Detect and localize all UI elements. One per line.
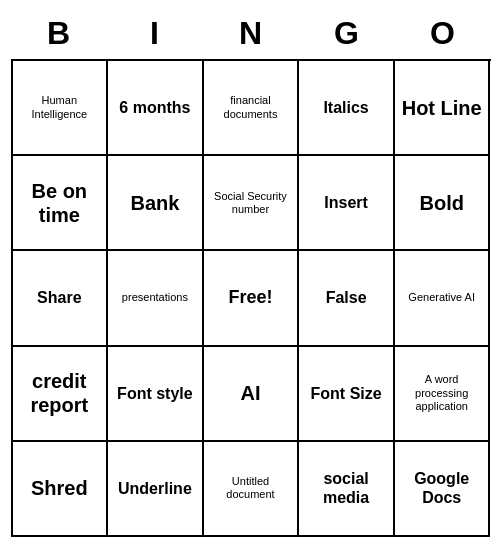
bingo-cell: social media bbox=[299, 442, 395, 537]
bingo-cell: Underline bbox=[108, 442, 204, 537]
bingo-cell: Human Intelligence bbox=[13, 61, 109, 156]
bingo-cell: Bank bbox=[108, 156, 204, 251]
header-letter: N bbox=[203, 7, 299, 59]
bingo-cell: Font style bbox=[108, 347, 204, 442]
bingo-cell: Generative AI bbox=[395, 251, 491, 346]
bingo-cell: AI bbox=[204, 347, 300, 442]
header-letter: O bbox=[395, 7, 491, 59]
bingo-cell: Italics bbox=[299, 61, 395, 156]
bingo-cell: Font Size bbox=[299, 347, 395, 442]
bingo-header: BINGO bbox=[11, 7, 491, 59]
bingo-cell: Bold bbox=[395, 156, 491, 251]
bingo-cell: Shred bbox=[13, 442, 109, 537]
bingo-cell: Hot Line bbox=[395, 61, 491, 156]
bingo-cell: A word processing application bbox=[395, 347, 491, 442]
header-letter: B bbox=[11, 7, 107, 59]
bingo-cell: Social Security number bbox=[204, 156, 300, 251]
bingo-grid: Human Intelligence6 monthsfinancial docu… bbox=[11, 59, 491, 537]
bingo-cell: Untitled document bbox=[204, 442, 300, 537]
bingo-cell: Insert bbox=[299, 156, 395, 251]
bingo-cell: financial documents bbox=[204, 61, 300, 156]
header-letter: G bbox=[299, 7, 395, 59]
bingo-cell: credit report bbox=[13, 347, 109, 442]
bingo-cell: presentations bbox=[108, 251, 204, 346]
bingo-cell: 6 months bbox=[108, 61, 204, 156]
bingo-cell: Share bbox=[13, 251, 109, 346]
header-letter: I bbox=[107, 7, 203, 59]
bingo-cell: False bbox=[299, 251, 395, 346]
bingo-card: BINGO Human Intelligence6 monthsfinancia… bbox=[11, 7, 491, 537]
bingo-cell: Free! bbox=[204, 251, 300, 346]
bingo-cell: Google Docs bbox=[395, 442, 491, 537]
bingo-cell: Be on time bbox=[13, 156, 109, 251]
